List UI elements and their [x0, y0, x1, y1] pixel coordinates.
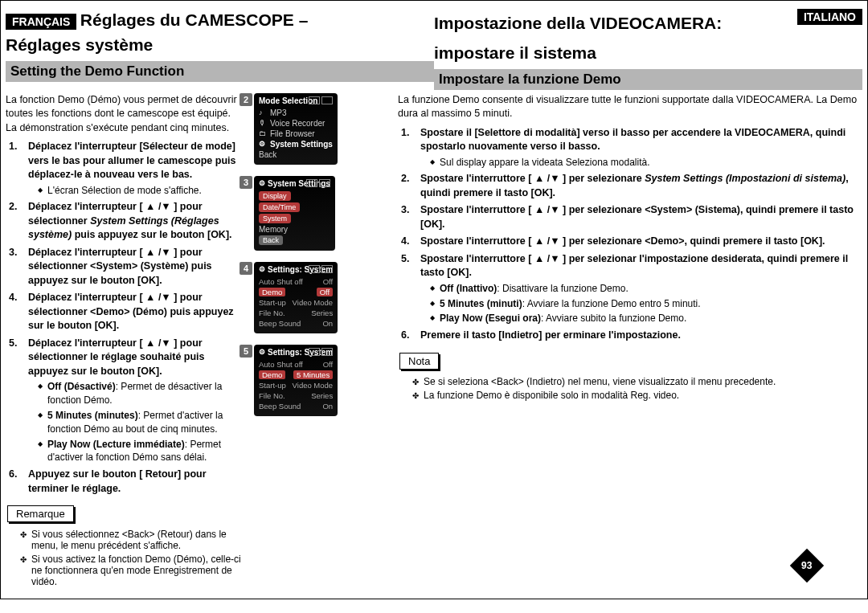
opt: Play Now (Lecture immédiate): Permet d'a… [38, 438, 242, 465]
row-val: On [322, 402, 333, 411]
sub-bullet: L'écran Sélection de mode s'affiche. [38, 184, 242, 198]
step-fr-6: Appuyez sur le bouton [ Retour] pour ter… [28, 468, 242, 496]
opt: Off (Inattivo): Disattivare la funzione … [430, 282, 858, 296]
row-key: Auto Shut off [259, 277, 303, 286]
heading-it-line2: impostare il sistema [434, 42, 862, 63]
section-bar-it: Impostare la funzione Demo [434, 69, 862, 90]
row-val: 5 Minutes [293, 370, 333, 379]
menu-label: File Browser [270, 129, 315, 138]
step-fr-3-bold: Déplacez l'interrupteur [ ▲ /▼ ] pour sé… [28, 247, 212, 286]
menu-item: 🗀File Browser [259, 129, 333, 139]
step-fr-4-bold: Déplacez l'interrupteur [ ▲ /▼ ] pour sé… [28, 292, 234, 331]
step-fr-5: Déplacez l'interrupteur [ ▲ /▼ ] pour sé… [28, 337, 242, 464]
screen-2: 2 Mode Selection ♪MP3 🎙Voice Recorder 🗀F… [254, 93, 338, 165]
step-it-2-pre: Spostare l'interruttore [ ▲ /▼ ] per sel… [420, 173, 645, 184]
screen-num-icon: 4 [240, 262, 252, 275]
settings-row: Start-upVideo Mode [259, 297, 333, 308]
card-icon [306, 179, 317, 187]
screens-stack: 2 Mode Selection ♪MP3 🎙Voice Recorder 🗀F… [254, 93, 391, 591]
settings-row: Beep SoundOn [259, 318, 333, 329]
menu-item-back: Back [259, 149, 333, 160]
step-it-6-bold: Premere il tasto [Indietro] per erminare… [420, 329, 681, 341]
status-icons [309, 265, 333, 273]
row-key: Demo [259, 370, 285, 379]
opt: 5 Minutes (minutes): Permet d'activer la… [38, 409, 242, 436]
step-it-2: Spostare l'interruttore [ ▲ /▼ ] per sel… [420, 172, 858, 200]
settings-row: Auto Shut offOff [259, 276, 333, 287]
settings-row-selected: DemoOff [259, 287, 333, 297]
row-val: Off [323, 277, 334, 286]
pill: Date/Time [259, 202, 300, 212]
opt-t: : Avviare la funzione Demo entro 5 minut… [522, 298, 701, 309]
settings-row-selected: Demo5 Minutes [259, 370, 333, 380]
row-key: Beep Sound [259, 319, 301, 328]
step-fr-1-sub: L'écran Sélection de mode s'affiche. [28, 184, 242, 198]
step-it-3-bold: Spostare l'interruttore [ ▲ /▼ ] per sel… [420, 204, 854, 230]
row-val: Off [323, 360, 334, 369]
menu-label: Memory [259, 225, 288, 234]
opt-b: 5 Minutes (minutes) [47, 410, 138, 421]
card-icon [309, 265, 320, 273]
battery-icon [321, 96, 333, 104]
step-fr-1-bold: Déplacez l'interrupteur [Sélecteur de mo… [28, 141, 235, 180]
menu-label: MP3 [270, 108, 287, 117]
screen-4: 4 ⚙Settings: System Auto Shut offOff Dem… [254, 262, 338, 333]
mic-icon: 🎙 [259, 119, 267, 127]
note-label-fr: Remarque [7, 505, 74, 522]
opt-t: : Disattivare la funzione Demo. [497, 283, 628, 294]
step-fr-5-opts: Off (Désactivé): Permet de désactiver la… [28, 380, 242, 464]
settings-row: File No.Series [259, 308, 333, 318]
pill-selected: System [259, 214, 291, 223]
screen-3: 3 ⚙System Settings Display Date/Time Sys… [254, 176, 335, 251]
right-text: La funzione Demo consente di visualizzar… [398, 93, 862, 591]
screen-num-icon: 2 [240, 93, 252, 106]
opt-b: Off (Inattivo) [440, 283, 497, 294]
step-fr-6-bold: Appuyez sur le bouton [ Retour] pour ter… [28, 468, 207, 494]
step-it-1-bold: Spostare il [Selettore di modalità] vers… [420, 127, 845, 153]
row-key: Demo [259, 288, 285, 296]
pill-back: Back [259, 235, 283, 245]
music-icon: ♪ [259, 108, 267, 116]
row-val: Series [311, 309, 333, 317]
note-item: Si vous activez la fonction Demo (Démo),… [20, 554, 247, 587]
row-val: Video Mode [293, 298, 334, 307]
steps-it: Spostare il [Selettore di modalità] vers… [398, 126, 862, 343]
menu-label: System Settings [270, 140, 333, 149]
step-it-1: Spostare il [Selettore di modalità] vers… [420, 126, 858, 170]
note-item: Se si seleziona <Back> (Indietro) nel me… [412, 376, 862, 387]
gear-icon: ⚙ [259, 179, 265, 187]
note-item: Si vous sélectionnez <Back> (Retour) dan… [20, 529, 247, 551]
step-fr-2: Déplacez l'interrupteur [ ▲ /▼ ] pour sé… [28, 200, 242, 243]
step-fr-1: Déplacez l'interrupteur [Sélecteur de mo… [28, 140, 242, 197]
status-icons [309, 348, 333, 356]
row-key: Start-up [259, 298, 286, 307]
step-it-2-italic: System Settings (Impostazioni di sistema… [645, 173, 845, 184]
row-val: On [322, 319, 333, 328]
lang-badge-fr: FRANÇAIS [6, 14, 76, 30]
sub-bullet: Sul display appare la videata Seleziona … [430, 156, 858, 170]
gear-icon: ⚙ [259, 265, 265, 273]
battery-icon [319, 179, 330, 187]
battery-icon [321, 265, 333, 273]
center-screens: 2 Mode Selection ♪MP3 🎙Voice Recorder 🗀F… [247, 93, 398, 591]
body-three-col: La fonction Demo (Démo) vous permet de d… [6, 93, 862, 591]
heading-fr-line1: Réglages du CAMESCOPE – [80, 10, 309, 29]
step-fr-3: Déplacez l'interrupteur [ ▲ /▼ ] pour sé… [28, 246, 242, 288]
card-icon [309, 96, 320, 104]
left-text: La fonction Demo (Démo) vous permet de d… [6, 93, 247, 591]
card-icon [309, 348, 320, 356]
step-it-5-opts: Off (Inattivo): Disattivare la funzione … [420, 282, 858, 325]
menu-item-selected: ⚙System Settings [259, 139, 333, 149]
menu-item: 🎙Voice Recorder [259, 118, 333, 129]
note-label-it: Nota [399, 353, 439, 370]
status-icons [306, 179, 330, 187]
page-number: 93 [801, 560, 812, 571]
pill: Display [259, 191, 291, 201]
settings-row: Start-upVideo Mode [259, 380, 333, 390]
notes-it: Se si seleziona <Back> (Indietro) nel me… [398, 376, 862, 401]
menu-label: Back [259, 150, 276, 159]
row-val: Off [317, 288, 334, 296]
opt-b: Play Now (Esegui ora) [440, 313, 541, 324]
step-it-6: Premere il tasto [Indietro] per erminare… [420, 329, 858, 343]
row-val: Series [311, 391, 333, 400]
